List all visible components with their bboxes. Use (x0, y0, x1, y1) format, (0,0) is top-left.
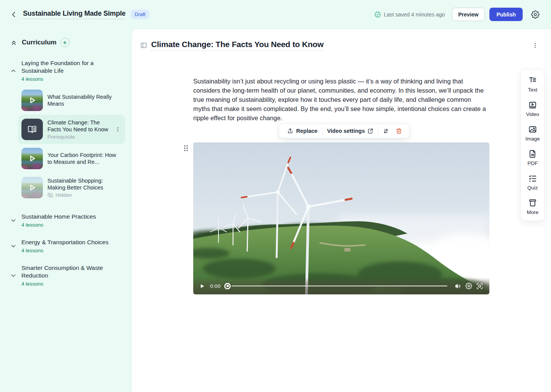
chevron-down-icon[interactable] (9, 242, 18, 250)
text-block-icon (528, 76, 537, 85)
palette-label: Video (526, 111, 539, 117)
save-status-text: Last saved 4 minutes ago (384, 11, 445, 18)
check-circle-icon (374, 11, 381, 18)
collapse-all-button[interactable] (9, 38, 18, 47)
chevron-left-icon (10, 11, 18, 18)
video-controls: 0:00 (193, 278, 489, 294)
curriculum-header: Curriculum (0, 36, 131, 49)
lesson-hidden-label: Hidden (47, 192, 122, 198)
lesson-prerequisite-label: Prerequisite (47, 134, 114, 140)
chevron-down-icon[interactable] (9, 216, 18, 225)
play-icon (199, 283, 205, 289)
save-status: Last saved 4 minutes ago (374, 11, 445, 18)
palette-video-button[interactable]: Video (526, 100, 539, 117)
play-icon (21, 177, 43, 198)
section-header[interactable]: Laying the Foundation for a Sustainable … (0, 59, 131, 82)
video-progress (224, 282, 447, 290)
upload-icon (287, 128, 293, 134)
lesson-title-input[interactable]: Climate Change: The Facts You Need to Kn… (151, 40, 324, 51)
video-settings-button[interactable]: Video settings (323, 124, 378, 138)
course-editor-app: Sustainable Living Made Simple Draft Las… (0, 0, 551, 392)
replace-button[interactable]: Replace (283, 124, 321, 138)
section-header[interactable]: Sustainable Home Practices 4 lessons (0, 213, 131, 228)
lesson-title: Your Carbon Footprint: How to Measure an… (47, 152, 122, 165)
topbar-actions: Last saved 4 minutes ago Preview Publish (374, 8, 541, 21)
video-settings-gear-button[interactable] (463, 281, 474, 291)
fullscreen-button[interactable] (474, 281, 485, 291)
section-lesson-count: 4 lessons (21, 281, 113, 287)
lesson-reading-tile (21, 119, 43, 140)
palette-image-button[interactable]: Image (525, 125, 540, 142)
add-section-button[interactable] (60, 38, 70, 47)
section-header[interactable]: Smarter Consumption & Waste Reduction 4 … (0, 264, 131, 287)
move-block-button[interactable] (379, 124, 392, 138)
section-lesson-count: 4 lessons (21, 248, 108, 253)
delete-block-button[interactable] (392, 124, 405, 138)
block-drag-handle[interactable] (183, 144, 189, 152)
back-button[interactable] (8, 9, 19, 20)
palette-label: PDF (528, 160, 538, 166)
curriculum-title: Curriculum (22, 39, 57, 46)
chevron-up-icon[interactable] (9, 67, 18, 75)
book-open-icon (27, 124, 37, 134)
gear-icon (531, 10, 540, 19)
block-palette: Text Video Image PDF Quiz (520, 69, 545, 221)
status-badge: Draft (131, 10, 149, 19)
lesson-video-thumbnail (21, 148, 43, 169)
play-icon (21, 148, 43, 169)
video-block-toolbar: Replace Video settings (279, 124, 409, 138)
curriculum-section: Smarter Consumption & Waste Reduction 4 … (0, 264, 131, 287)
toggle-sidebar-button[interactable] (139, 41, 148, 50)
kebab-icon (532, 42, 538, 49)
volume-icon (455, 283, 462, 290)
more-blocks-icon (528, 198, 537, 207)
lesson-video-thumbnail (21, 177, 43, 198)
section-header[interactable]: Energy & Transportation Choices 4 lesson… (0, 238, 131, 253)
lesson-title: What Sustainability Really Means (47, 93, 122, 107)
lesson-intro-paragraph[interactable]: Sustainability isn’t just about recyclin… (193, 77, 489, 122)
volume-button[interactable] (453, 281, 463, 291)
toolbar-divider (322, 127, 323, 135)
section-title: Smarter Consumption & Waste Reduction (21, 264, 113, 279)
trash-icon (396, 128, 402, 134)
course-title-input[interactable]: Sustainable Living Made Simple (23, 10, 126, 19)
eye-off-icon (47, 192, 53, 198)
palette-label: Image (525, 136, 540, 142)
play-button[interactable] (198, 282, 206, 290)
section-title: Energy & Transportation Choices (21, 238, 108, 246)
lesson-menu-button[interactable] (114, 125, 122, 134)
drag-dots-icon (184, 145, 188, 152)
quiz-block-icon (528, 174, 537, 183)
settings-button[interactable] (530, 9, 541, 20)
chevrons-up-icon (10, 39, 18, 46)
palette-more-button[interactable]: More (527, 198, 539, 215)
lesson-header: Climate Change: The Facts You Need to Kn… (132, 29, 551, 51)
scrubber-handle[interactable] (224, 283, 231, 289)
lesson-item-hidden[interactable]: Sustainable Shopping: Making Better Choi… (18, 173, 125, 202)
lesson-video-thumbnail (21, 90, 43, 111)
section-lesson-count: 4 lessons (21, 76, 113, 82)
toolbar-divider (378, 127, 378, 135)
chevron-down-icon[interactable] (9, 271, 18, 280)
video-player[interactable]: 0:00 (193, 142, 489, 294)
image-block-icon (528, 125, 537, 134)
kebab-icon (115, 126, 121, 132)
lesson-item[interactable]: Your Carbon Footprint: How to Measure an… (18, 144, 125, 173)
plus-icon (62, 40, 67, 45)
palette-text-button[interactable]: Text (528, 76, 538, 93)
lesson-editor: Climate Change: The Facts You Need to Kn… (131, 29, 551, 392)
palette-label: Quiz (527, 185, 538, 191)
lesson-options-button[interactable] (530, 41, 540, 50)
external-link-icon (367, 128, 373, 134)
palette-quiz-button[interactable]: Quiz (527, 174, 538, 191)
palette-pdf-button[interactable]: PDF (528, 149, 538, 166)
publish-button[interactable]: Publish (489, 8, 523, 21)
lesson-item[interactable]: What Sustainability Really Means (18, 86, 125, 115)
section-title: Sustainable Home Practices (21, 213, 96, 220)
lesson-item-selected[interactable]: Climate Change: The Facts You Need to Kn… (18, 115, 125, 144)
lesson-title: Sustainable Shopping: Making Better Choi… (47, 177, 122, 191)
progress-track[interactable] (231, 286, 447, 287)
curriculum-sidebar: Curriculum Laying the Foundation for a S… (0, 29, 131, 392)
preview-button[interactable]: Preview (452, 8, 485, 21)
section-lesson-count: 4 lessons (21, 222, 96, 228)
